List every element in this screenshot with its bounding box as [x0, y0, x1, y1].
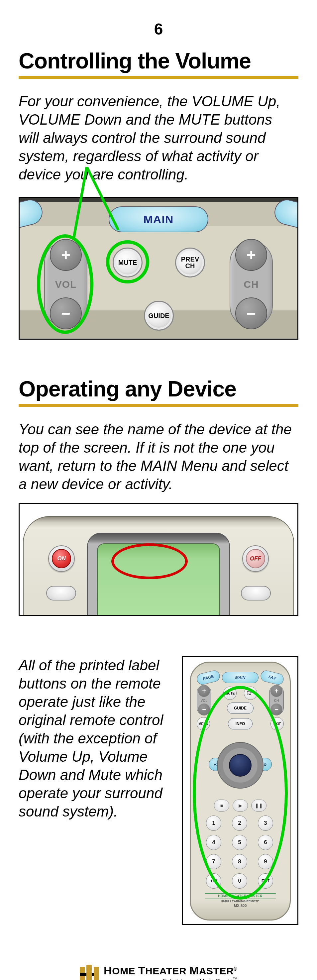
power-off-button[interactable]: OFF: [242, 545, 269, 572]
select-button[interactable]: [229, 754, 252, 776]
lcd-screen: [97, 543, 220, 616]
volume-down-button[interactable]: −: [198, 703, 210, 716]
volume-up-button[interactable]: +: [198, 685, 210, 697]
channel-down-button[interactable]: −: [235, 298, 267, 329]
key-5[interactable]: 5: [232, 835, 247, 850]
guide-button[interactable]: GUIDE: [227, 703, 253, 714]
intro-any-device: You can see the name of the device at th…: [19, 420, 298, 493]
volume-label: VOL: [197, 699, 211, 703]
key-4[interactable]: 4: [206, 835, 221, 850]
volume-label: VOL: [44, 279, 88, 290]
volume-rocker[interactable]: + VOL −: [197, 685, 211, 715]
key-2[interactable]: 2: [232, 816, 247, 831]
page-number: 6: [0, 20, 317, 38]
rule: [19, 404, 298, 407]
section-any-device: Operating any Device You can see the nam…: [0, 376, 317, 493]
soft-button-right[interactable]: [241, 586, 271, 600]
key-9[interactable]: 9: [258, 854, 273, 869]
pause-button[interactable]: ❚❚: [251, 800, 266, 811]
section-title-any-device: Operating any Device: [19, 376, 298, 401]
remote-subbrand: IR/RF LEARNING REMOTE: [195, 900, 286, 903]
channel-rocker[interactable]: + CH −: [229, 241, 273, 327]
volume-down-button[interactable]: −: [50, 298, 82, 329]
exit-button[interactable]: EXIT: [271, 717, 284, 730]
brand-line1: HOME THEATER MASTER®: [104, 965, 237, 976]
callout-lines-icon: [19, 167, 298, 253]
rule: [19, 76, 298, 79]
prev-ch-button[interactable]: PREV CH: [244, 687, 257, 700]
section-title-volume: Controlling the Volume: [19, 48, 298, 73]
footer-brand: HOME THEATER MASTER® Entertainment Made …: [0, 965, 317, 980]
on-label: ON: [52, 549, 71, 568]
remote-body: PAGE MAIN FAV + VOL − MUTE PREV CH GUIDE: [190, 662, 291, 921]
soft-button-left[interactable]: [46, 586, 76, 600]
key-0[interactable]: 0: [232, 873, 247, 889]
remote-model: MX-800: [195, 904, 286, 908]
channel-up-button[interactable]: +: [271, 685, 282, 697]
key-1[interactable]: 1: [206, 816, 221, 831]
key-8[interactable]: 8: [232, 854, 247, 869]
number-keypad: 1 2 3 4 5 6 7 8 9 +10 0 ENT: [195, 816, 286, 889]
play-button[interactable]: ▶: [233, 800, 248, 811]
remote-brand: HOME THEATER MASTER: [205, 893, 276, 899]
channel-label: CH: [229, 279, 273, 290]
page-button[interactable]: PAGE: [196, 669, 221, 686]
fav-button[interactable]: FAV: [260, 669, 285, 686]
key-3[interactable]: 3: [258, 816, 273, 831]
mute-button[interactable]: MUTE: [223, 687, 237, 700]
figure-screen-top: ON OFF: [19, 503, 298, 616]
nav-ring[interactable]: [217, 742, 263, 789]
key-ent[interactable]: ENT: [258, 873, 273, 889]
volume-rocker[interactable]: + VOL −: [44, 241, 88, 327]
dpad[interactable]: « »: [209, 734, 272, 797]
menu-button[interactable]: MENU: [197, 717, 210, 730]
key-7[interactable]: 7: [206, 854, 221, 869]
off-label: OFF: [246, 549, 265, 568]
main-button[interactable]: MAIN: [222, 672, 258, 683]
channel-label: CH: [269, 699, 284, 703]
brand-tagline: Entertainment Made Simple™: [104, 977, 237, 980]
section-printed-labels: All of the printed label buttons on the …: [0, 656, 317, 925]
channel-down-button[interactable]: −: [271, 703, 282, 716]
power-on-button[interactable]: ON: [48, 545, 75, 572]
stop-button[interactable]: ■: [214, 800, 229, 811]
printed-labels-para: All of the printed label buttons on the …: [19, 656, 172, 821]
info-button[interactable]: INFO: [228, 718, 253, 729]
key-6[interactable]: 6: [258, 835, 273, 850]
figure-full-remote: PAGE MAIN FAV + VOL − MUTE PREV CH GUIDE: [182, 656, 298, 925]
section-volume: Controlling the Volume For your convenie…: [0, 48, 317, 183]
channel-rocker[interactable]: + CH −: [269, 685, 284, 715]
guide-button[interactable]: GUIDE: [144, 301, 174, 331]
key-plus10[interactable]: +10: [206, 873, 221, 889]
brand-logo-icon: [80, 965, 99, 980]
figure-volume-closeup: MAIN + VOL − + CH − MUTE PREV CH GUIDE: [19, 197, 298, 340]
